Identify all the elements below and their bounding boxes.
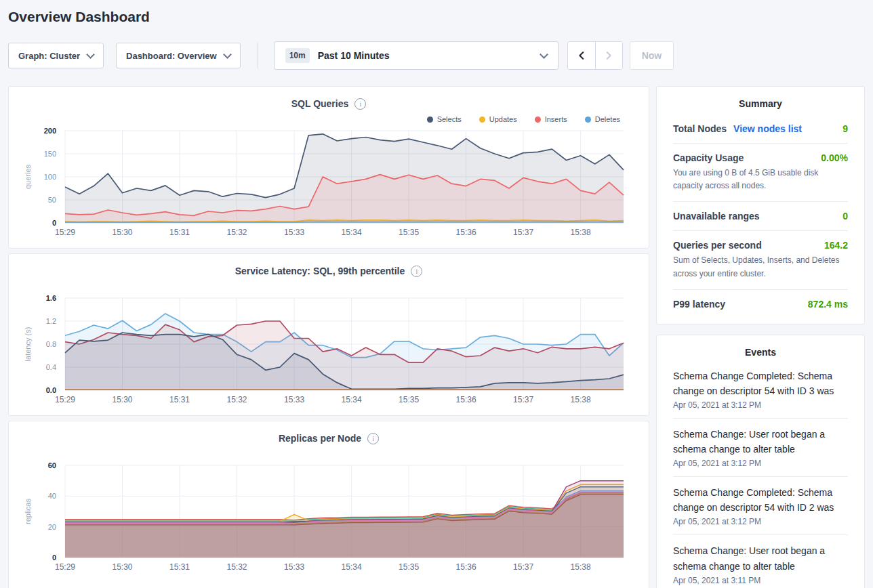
chevron-left-icon	[577, 51, 586, 60]
svg-text:15:29: 15:29	[55, 228, 75, 237]
svg-text:15:33: 15:33	[284, 562, 304, 572]
chart-legend: SelectsUpdatesInsertsDeletes	[9, 112, 649, 127]
summary-value: 872.4 ms	[808, 299, 848, 310]
summary-label: Total Nodes	[673, 123, 727, 134]
view-nodes-list-link[interactable]: View nodes list	[733, 123, 802, 134]
dashboard-content: SQL Queries i SelectsUpdatesInsertsDelet…	[8, 86, 865, 588]
now-button[interactable]: Now	[630, 41, 674, 70]
svg-text:15:36: 15:36	[456, 395, 476, 404]
svg-text:50: 50	[48, 196, 56, 204]
event-text: Schema Change Completed: Schema change o…	[673, 485, 848, 515]
svg-text:15:29: 15:29	[55, 395, 75, 404]
svg-text:100: 100	[44, 173, 56, 181]
svg-text:40: 40	[48, 492, 56, 500]
chevron-down-icon	[86, 50, 95, 59]
svg-text:15:30: 15:30	[112, 562, 132, 572]
svg-text:15:29: 15:29	[55, 562, 75, 572]
svg-text:15:31: 15:31	[169, 562, 190, 572]
summary-row-p99-latency: P99 latency 872.4 ms	[673, 289, 848, 318]
event-item: Schema Change: User root began a schema …	[673, 534, 848, 588]
legend-dot	[479, 117, 485, 123]
chart-card-replicas-per-node: Replicas per Node i 020406015:2915:3015:…	[8, 421, 649, 588]
svg-text:15:38: 15:38	[571, 228, 591, 237]
svg-text:0: 0	[52, 219, 56, 227]
summary-row-unavailable-ranges: Unavailable ranges 0	[673, 201, 848, 230]
svg-text:15:34: 15:34	[342, 395, 362, 404]
chart-card-sql-queries: SQL Queries i SelectsUpdatesInsertsDelet…	[8, 86, 649, 249]
replicas-per-node-chart[interactable]: 020406015:2915:3015:3115:3215:3315:3415:…	[9, 461, 649, 575]
svg-text:1.2: 1.2	[46, 317, 56, 325]
chevron-down-icon	[540, 50, 548, 59]
svg-text:15:32: 15:32	[227, 562, 247, 572]
svg-text:15:32: 15:32	[227, 228, 247, 237]
event-text: Schema Change: User root began a schema …	[673, 543, 848, 573]
info-icon[interactable]: i	[354, 98, 366, 110]
svg-text:15:31: 15:31	[169, 228, 190, 237]
legend-label: Selects	[437, 115, 462, 123]
svg-text:replicas: replicas	[24, 499, 32, 524]
legend-item-deletes[interactable]: Deletes	[585, 115, 620, 123]
summary-description: You are using 0 B of 4.5 GiB usable disk…	[673, 167, 848, 192]
svg-text:15:37: 15:37	[513, 228, 533, 237]
svg-text:15:30: 15:30	[112, 228, 132, 237]
svg-text:15:30: 15:30	[112, 395, 132, 404]
time-nav-group	[567, 41, 623, 70]
svg-text:0.8: 0.8	[46, 340, 56, 348]
svg-text:15:33: 15:33	[284, 228, 304, 237]
time-prev-button[interactable]	[568, 42, 595, 69]
svg-text:15:32: 15:32	[227, 395, 247, 404]
sidebar-column: Summary Total Nodes View nodes list 9 Ca…	[656, 86, 865, 588]
summary-value: 164.2	[824, 240, 848, 251]
chart-title: Service Latency: SQL, 99th percentile	[235, 266, 405, 276]
summary-label: Unavailable ranges	[673, 211, 760, 222]
svg-text:15:35: 15:35	[399, 228, 419, 237]
summary-value: 9	[842, 123, 848, 134]
legend-item-updates[interactable]: Updates	[479, 115, 517, 123]
svg-text:15:36: 15:36	[456, 562, 476, 572]
event-timestamp: Apr 05, 2021 at 3:12 PM	[673, 400, 848, 410]
svg-text:0: 0	[52, 553, 56, 562]
svg-text:0.4: 0.4	[46, 363, 56, 371]
event-text: Schema Change Completed: Schema change o…	[673, 369, 848, 398]
chart-legend	[9, 446, 649, 461]
events-title: Events	[673, 335, 848, 358]
svg-text:15:38: 15:38	[571, 562, 591, 572]
svg-text:20: 20	[48, 523, 56, 531]
info-icon[interactable]: i	[411, 266, 422, 277]
svg-text:1.6: 1.6	[46, 294, 56, 302]
summary-value: 0.00%	[821, 152, 848, 163]
summary-value: 0	[842, 211, 848, 222]
chart-title: SQL Queries	[291, 98, 349, 109]
time-next-button[interactable]	[595, 42, 622, 69]
chart-header: SQL Queries i	[9, 87, 649, 112]
svg-text:15:36: 15:36	[456, 228, 476, 237]
svg-text:15:35: 15:35	[399, 562, 419, 572]
summary-row-total-nodes: Total Nodes View nodes list 9	[673, 114, 848, 143]
time-range-picker[interactable]: 10m Past 10 Minutes	[274, 41, 559, 70]
summary-row-capacity-usage: Capacity Usage 0.00% You are using 0 B o…	[673, 143, 848, 201]
toolbar: Graph: Cluster Dashboard: Overview 10m P…	[8, 41, 865, 70]
legend-label: Deletes	[595, 115, 620, 123]
chevron-down-icon	[223, 50, 232, 59]
legend-item-inserts[interactable]: Inserts	[535, 115, 567, 123]
legend-item-selects[interactable]: Selects	[427, 115, 462, 123]
info-icon[interactable]: i	[367, 433, 379, 444]
legend-dot	[535, 117, 541, 123]
svg-text:15:34: 15:34	[342, 228, 362, 237]
svg-text:0.0: 0.0	[46, 386, 56, 394]
events-panel: Events Schema Change Completed: Schema c…	[656, 335, 865, 588]
page-title: Overview Dashboard	[8, 0, 865, 25]
svg-text:60: 60	[48, 461, 56, 469]
svg-text:15:37: 15:37	[513, 562, 533, 572]
event-timestamp: Apr 05, 2021 at 3:12 PM	[673, 517, 848, 526]
svg-text:15:34: 15:34	[342, 562, 362, 572]
sql-queries-chart[interactable]: 05010015020015:2915:3015:3115:3215:3315:…	[9, 127, 649, 240]
svg-text:150: 150	[44, 150, 56, 158]
charts-column: SQL Queries i SelectsUpdatesInsertsDelet…	[8, 86, 649, 588]
overview-dashboard-page: Overview Dashboard Graph: Cluster Dashbo…	[0, 0, 873, 588]
dashboard-dropdown[interactable]: Dashboard: Overview	[116, 43, 241, 68]
event-timestamp: Apr 05, 2021 at 3:12 PM	[673, 459, 848, 468]
legend-dot	[427, 117, 433, 123]
service-latency-chart[interactable]: 0.00.40.81.21.615:2915:3015:3115:3215:33…	[9, 294, 649, 408]
graph-dropdown[interactable]: Graph: Cluster	[8, 43, 104, 68]
